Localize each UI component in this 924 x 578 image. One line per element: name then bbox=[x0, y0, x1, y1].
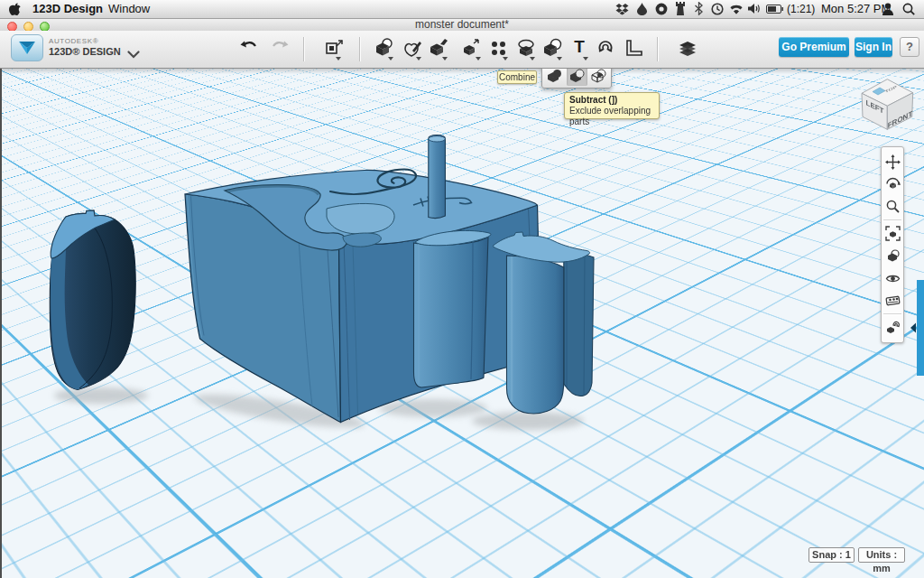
snap-tool[interactable] bbox=[595, 36, 618, 61]
view-mode-icon[interactable] bbox=[885, 248, 901, 264]
undo-button[interactable] bbox=[236, 36, 260, 61]
side-panel-tab[interactable] bbox=[917, 280, 924, 376]
time-machine-icon[interactable] bbox=[711, 3, 724, 15]
bluetooth-icon[interactable] bbox=[695, 2, 703, 15]
toolbar-divider bbox=[303, 37, 305, 61]
user-icon[interactable] bbox=[882, 3, 893, 15]
nav-divider bbox=[883, 313, 901, 315]
material-icon[interactable] bbox=[885, 293, 901, 308]
tower-icon[interactable] bbox=[675, 2, 686, 15]
battery-time-label: (1:21) bbox=[787, 0, 815, 18]
menubar-menu-window[interactable]: Window bbox=[108, 0, 150, 18]
dropbox-icon[interactable] bbox=[615, 3, 629, 15]
navigation-toolbar bbox=[881, 146, 904, 343]
intersect-option[interactable] bbox=[588, 67, 609, 86]
tooltip-desc: Exclude overlapping parts bbox=[569, 106, 654, 127]
macos-menubar: 123D Design Window (1:21) Mon 5:27 PM bbox=[0, 0, 924, 19]
grouping-tool[interactable] bbox=[676, 36, 699, 61]
document-title: monster document* bbox=[0, 18, 924, 32]
visibility-eye-icon[interactable] bbox=[885, 271, 901, 286]
3d-viewport[interactable] bbox=[0, 68, 924, 578]
brand-autodesk: AUTODESK® bbox=[49, 37, 98, 45]
tooltip-title: Subtract (]) bbox=[569, 95, 654, 106]
brand-123d-design: 123D® DESIGN bbox=[49, 46, 121, 57]
zoom-icon[interactable] bbox=[885, 199, 901, 214]
drop-icon[interactable] bbox=[637, 3, 647, 15]
wifi-icon[interactable] bbox=[729, 4, 744, 14]
merge-option[interactable] bbox=[544, 67, 565, 86]
help-button[interactable]: ? bbox=[900, 37, 919, 57]
subtract-option[interactable] bbox=[567, 67, 587, 86]
chevron-down-icon[interactable] bbox=[127, 51, 140, 59]
spotlight-icon[interactable] bbox=[902, 3, 915, 15]
battery-icon[interactable] bbox=[766, 5, 783, 14]
app-logo[interactable] bbox=[11, 34, 43, 61]
volume-icon[interactable] bbox=[748, 3, 762, 14]
combine-tooltip: Combine bbox=[497, 70, 537, 84]
ground-grid bbox=[0, 68, 924, 396]
orbit-icon[interactable] bbox=[885, 176, 901, 191]
nav-divider bbox=[883, 219, 901, 221]
units-setting[interactable]: Units : mm bbox=[858, 547, 905, 563]
apple-icon[interactable] bbox=[9, 3, 21, 15]
toolbar-divider bbox=[359, 37, 361, 61]
side-tab-arrow-icon[interactable] bbox=[910, 322, 917, 334]
snap-setting[interactable]: Snap : 1 bbox=[808, 547, 855, 563]
menubar-app-name[interactable]: 123D Design bbox=[32, 0, 103, 18]
menubar-clock[interactable]: Mon 5:27 PM bbox=[821, 0, 891, 18]
subtract-tooltip: Subtract (]) Exclude overlapping parts bbox=[564, 92, 660, 119]
fit-view-icon[interactable] bbox=[885, 226, 901, 241]
sign-in-button[interactable]: Sign In bbox=[855, 37, 892, 57]
redo-button[interactable] bbox=[269, 36, 292, 61]
snap-magnet-icon[interactable] bbox=[885, 321, 901, 336]
go-premium-button[interactable]: Go Premium bbox=[779, 37, 849, 57]
pan-icon[interactable] bbox=[885, 154, 901, 170]
window-titlebar[interactable]: monster document* bbox=[0, 18, 924, 31]
app-toolbar: AUTODESK® 123D® DESIGN T Go Premium Sign… bbox=[0, 31, 924, 69]
measure-tool[interactable] bbox=[622, 36, 645, 61]
toolbar-divider bbox=[657, 37, 659, 61]
status-circle-icon[interactable] bbox=[655, 3, 668, 15]
